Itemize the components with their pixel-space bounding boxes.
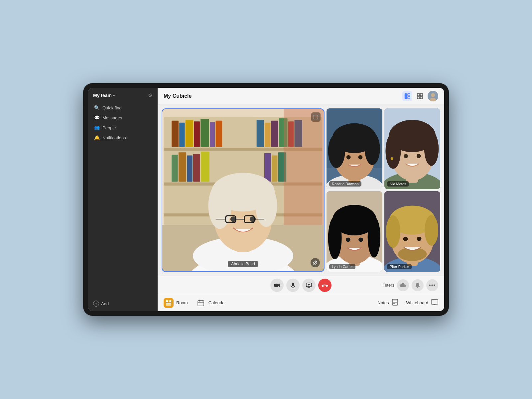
svg-rect-33 — [201, 152, 209, 182]
svg-rect-32 — [193, 154, 200, 182]
svg-rect-37 — [284, 109, 324, 225]
whiteboard-label: Whiteboard — [406, 300, 428, 305]
nia-name-label: Nia Matos — [387, 181, 409, 187]
svg-rect-99 — [274, 284, 278, 287]
svg-rect-3 — [417, 93, 420, 96]
svg-point-63 — [346, 155, 351, 160]
more-options-button[interactable]: ••• — [426, 279, 438, 291]
header-controls — [402, 91, 438, 101]
piter-name-label: Piter Parker — [387, 264, 412, 269]
thumbnail-rosario: Rosario Dawson — [327, 108, 382, 189]
layout-split-button[interactable] — [402, 91, 412, 101]
sidebar-item-quick-find[interactable]: 🔍 Quick find — [90, 103, 155, 112]
svg-point-61 — [328, 134, 345, 168]
svg-rect-108 — [166, 300, 168, 302]
svg-rect-5 — [417, 96, 420, 99]
sidebar-title[interactable]: My team ▾ — [93, 93, 115, 98]
room-icon — [164, 298, 174, 308]
add-button[interactable]: + Add — [93, 301, 152, 307]
rosario-video-feed — [327, 108, 382, 189]
sidebar: My team ▾ ⚙ 🔍 Quick find 💬 Messages 👥 Pe… — [88, 88, 158, 311]
svg-rect-31 — [187, 155, 193, 182]
svg-rect-2 — [408, 96, 410, 99]
svg-rect-1 — [408, 93, 410, 96]
svg-rect-18 — [186, 120, 193, 147]
video-area: Abriella Bond — [158, 104, 444, 276]
sidebar-item-messages[interactable]: 💬 Messages — [90, 113, 155, 122]
svg-rect-22 — [216, 121, 222, 147]
avatar[interactable] — [428, 91, 438, 101]
sidebar-item-notifications[interactable]: 🔔 Notifications — [90, 133, 155, 142]
search-icon: 🔍 — [94, 105, 100, 110]
main-video: Abriella Bond — [162, 108, 325, 272]
bottom-bar: Room Calendar — [158, 294, 444, 311]
svg-point-75 — [417, 154, 421, 158]
svg-point-8 — [431, 93, 435, 97]
controls-right: Filters ••• — [383, 279, 438, 291]
notifications-icon: 🔔 — [94, 135, 100, 140]
more-dots-icon: ••• — [429, 282, 436, 288]
main-header: My Cubicle — [158, 88, 444, 104]
svg-rect-111 — [166, 303, 171, 304]
svg-point-85 — [346, 237, 350, 242]
calendar-icon — [196, 298, 206, 308]
notes-icon — [392, 299, 398, 307]
messages-icon: 💬 — [94, 115, 100, 120]
video-toggle-button[interactable] — [270, 279, 284, 292]
svg-point-97 — [403, 237, 408, 241]
notes-action[interactable]: Notes — [378, 299, 398, 307]
expand-icon[interactable] — [311, 112, 321, 122]
filters-label: Filters — [383, 283, 394, 288]
svg-rect-29 — [172, 155, 178, 182]
piter-video-feed — [384, 191, 440, 272]
main-content: My Cubicle — [158, 88, 444, 311]
end-call-button[interactable] — [318, 279, 332, 292]
notifications-label: Notifications — [102, 135, 126, 140]
room-tab[interactable]: Room — [164, 298, 188, 308]
sidebar-footer: + Add — [88, 296, 158, 311]
people-icon: 👥 — [94, 125, 100, 130]
lynda-name-label: Lynda Carter — [329, 264, 355, 269]
layout-grid-button[interactable] — [415, 91, 425, 101]
quick-find-label: Quick find — [102, 105, 122, 110]
main-video-feed — [162, 109, 324, 271]
svg-rect-34 — [264, 153, 271, 182]
bell-filter-button[interactable] — [412, 279, 424, 291]
mic-toggle-button[interactable] — [286, 279, 300, 292]
share-screen-button[interactable] — [302, 279, 316, 292]
nia-video-feed — [384, 108, 440, 189]
svg-rect-17 — [179, 123, 185, 147]
svg-point-64 — [358, 155, 363, 160]
svg-point-44 — [255, 185, 277, 227]
svg-rect-100 — [292, 283, 294, 286]
sidebar-nav: 🔍 Quick find 💬 Messages 👥 People 🔔 Notif… — [88, 102, 158, 144]
svg-rect-6 — [420, 96, 423, 99]
whiteboard-icon — [431, 299, 438, 306]
mute-icon[interactable] — [311, 258, 320, 267]
svg-rect-24 — [265, 123, 270, 147]
thumbnail-grid: Rosario Dawson — [327, 108, 440, 272]
svg-rect-20 — [200, 119, 209, 147]
people-label: People — [102, 125, 116, 130]
svg-point-72 — [385, 133, 401, 169]
rosario-name-label: Rosario Dawson — [329, 181, 361, 187]
svg-rect-30 — [179, 152, 186, 182]
calendar-tab[interactable]: Calendar — [196, 298, 226, 308]
svg-rect-16 — [172, 121, 179, 147]
svg-rect-0 — [405, 93, 407, 99]
svg-rect-4 — [420, 93, 423, 96]
svg-rect-25 — [271, 121, 278, 147]
svg-point-84 — [368, 217, 380, 258]
whiteboard-action[interactable]: Whiteboard — [406, 299, 438, 306]
sidebar-title-text: My team — [93, 93, 112, 98]
gear-icon[interactable]: ⚙ — [148, 92, 152, 98]
thumbnail-piter: Piter Parker — [384, 191, 440, 272]
svg-point-43 — [208, 183, 231, 229]
svg-point-73 — [424, 132, 439, 166]
device-frame: My team ▾ ⚙ 🔍 Quick find 💬 Messages 👥 Pe… — [83, 83, 449, 316]
sidebar-item-people[interactable]: 👥 People — [90, 123, 155, 132]
sidebar-chevron-icon: ▾ — [113, 94, 115, 97]
svg-point-98 — [417, 237, 421, 241]
cloud-filter-button[interactable] — [397, 279, 409, 291]
svg-rect-112 — [166, 304, 171, 306]
